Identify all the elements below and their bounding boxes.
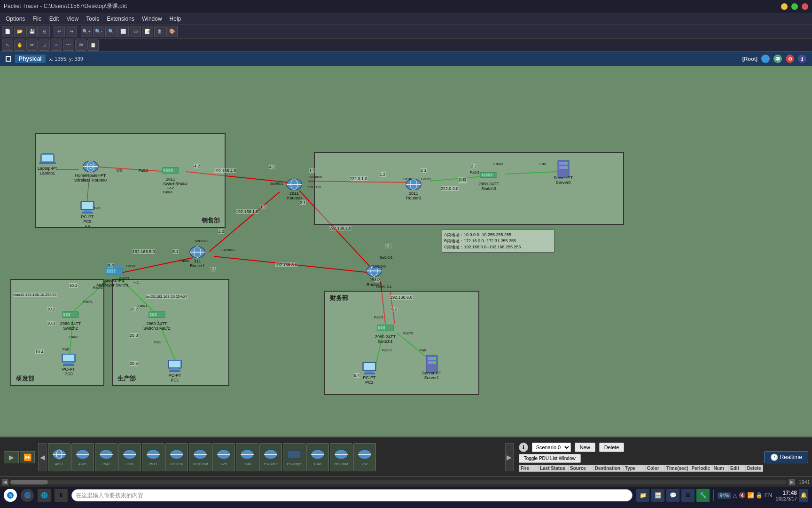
delete-btn[interactable]: 🗑 <box>154 26 165 37</box>
pointer-btn[interactable]: ↖ <box>2 40 13 51</box>
device-1240[interactable]: 1240 <box>236 443 258 471</box>
file-btn[interactable]: 📁 <box>636 489 649 502</box>
chat-icon[interactable]: 💬 <box>773 55 782 63</box>
device-2620xm[interactable]: 2620XM <box>330 443 352 471</box>
if-fa00: Fa0/0 <box>421 177 430 181</box>
menu-tools[interactable]: Tools <box>82 15 103 23</box>
menu-view[interactable]: View <box>62 15 82 23</box>
minimize-button[interactable] <box>781 3 788 10</box>
start-btn[interactable]: ⊙ <box>4 489 17 502</box>
router0-label: 2811Router0 <box>287 191 302 200</box>
store-btn[interactable]: 🪟 <box>651 489 664 502</box>
open-btn[interactable]: 📂 <box>14 26 25 37</box>
device-2911[interactable]: 2911 <box>142 443 164 471</box>
pause-btn[interactable]: ⏸ <box>55 489 68 502</box>
switch0[interactable]: 2960-24TTSwitch0 <box>478 168 499 191</box>
pencil-btn[interactable]: ✏ <box>26 40 38 51</box>
settings-icon[interactable]: ⚙ <box>786 55 794 63</box>
fwd-btn[interactable]: ⏩ <box>20 451 35 463</box>
scroll-right-main[interactable]: ▶ <box>789 479 795 485</box>
pc0[interactable]: PC-PTPC0 <box>60 354 77 376</box>
svg-rect-28 <box>166 168 168 172</box>
router0[interactable]: 2811Router0 <box>286 178 303 200</box>
scrollbar-track[interactable] <box>10 480 787 484</box>
pc2[interactable]: PC-PTPC2 <box>361 362 378 385</box>
cortana-btn[interactable]: 🌀 <box>21 489 34 502</box>
zoom-reset-btn[interactable]: 🔍 <box>105 26 117 37</box>
undo-btn[interactable]: ↩ <box>54 26 65 37</box>
switch3[interactable]: 2960-24TTSwitch3 Fa0/2 <box>143 308 170 331</box>
print-btn[interactable]: 🖨 <box>39 26 50 37</box>
edge-btn[interactable]: 🌐 <box>38 489 51 502</box>
toggle-pdu-btn[interactable]: Toggle PDU List Window <box>519 454 581 463</box>
device-829[interactable]: 829 <box>212 443 235 471</box>
fit-btn[interactable]: ⬜ <box>117 26 129 37</box>
laptop1[interactable]: Laptop-PTLaptop1 <box>38 153 57 175</box>
zoom-out-btn[interactable]: 🔍- <box>93 26 104 37</box>
delete-pdu-btn[interactable]: Delete <box>599 443 625 452</box>
menu-edit[interactable]: Edit <box>46 15 63 23</box>
scroll-left-main[interactable]: ◀ <box>2 479 8 485</box>
device-2901[interactable]: 2901 <box>118 443 141 471</box>
mail-btn[interactable]: ✉ <box>681 489 695 502</box>
play-btn[interactable]: ▶ <box>4 451 19 463</box>
menu-extensions[interactable]: Extensions <box>103 15 138 23</box>
notification-btn[interactable]: 🔔 <box>799 489 808 502</box>
switch5[interactable]: 2811Switch5 <box>162 164 179 186</box>
save-btn[interactable]: 💾 <box>26 26 38 37</box>
redo-btn[interactable]: ↪ <box>66 26 77 37</box>
pdu-info-icon[interactable]: ℹ <box>519 443 528 452</box>
scroll-left-btn[interactable]: ◀ <box>38 443 47 471</box>
new-pdu-btn[interactable]: New <box>575 443 595 452</box>
device-819iox[interactable]: 819IOX <box>165 443 188 471</box>
pc5[interactable]: PC-PTPC5 4.4 <box>79 201 96 228</box>
device-262[interactable]: 262 <box>353 443 376 471</box>
device-1841[interactable]: 1841 <box>306 443 329 471</box>
switch2[interactable]: 2960-24TTSwitch2 <box>60 308 81 331</box>
device-pt-rout[interactable]: PT-Rout <box>259 443 282 471</box>
msg-btn[interactable]: 💬 <box>666 489 679 502</box>
maximize-button[interactable] <box>791 3 798 10</box>
router1[interactable]: 311Router1 <box>189 246 206 268</box>
device-1941[interactable]: 1941 <box>95 443 117 471</box>
palette-btn[interactable]: 🎨 <box>166 26 178 37</box>
new-btn[interactable]: 📄 <box>2 26 13 37</box>
free-draw-btn[interactable]: 〰 <box>63 40 74 51</box>
device-4331[interactable]: 4331 <box>48 443 70 471</box>
server0[interactable]: Server-PTServer0 <box>554 162 573 185</box>
rect-btn[interactable]: ▭ <box>130 26 141 37</box>
email-btn[interactable]: ✉ <box>75 40 86 51</box>
switch1[interactable]: 2960-24TTSwitch1 <box>375 321 396 344</box>
menu-file[interactable]: File <box>29 15 45 23</box>
hand-btn[interactable]: ✋ <box>14 40 25 51</box>
network-icon[interactable]: 🌐 <box>761 55 770 63</box>
circle-btn[interactable]: ○ <box>51 40 62 51</box>
router3[interactable]: 2811Router3 <box>405 178 422 200</box>
mode-label[interactable]: Physical <box>15 55 46 63</box>
packet-tracer-taskbar[interactable]: 🔧 <box>696 489 710 502</box>
menu-help[interactable]: Help <box>166 15 185 23</box>
rect-draw-btn[interactable]: □ <box>39 40 50 51</box>
scroll-right-btn[interactable]: ▶ <box>505 443 514 471</box>
device-pt-empt[interactable]: PT-Empt <box>283 443 305 471</box>
ip-1-1b: 1.1 <box>260 205 266 209</box>
homerouter[interactable]: HomeRouter-PTWireless Router0 <box>74 160 107 183</box>
zoom-in-btn[interactable]: 🔍+ <box>81 26 92 37</box>
note2-btn[interactable]: 📋 <box>87 40 99 51</box>
menu-window[interactable]: Window <box>138 15 166 23</box>
close-button[interactable] <box>802 3 808 10</box>
menu-options[interactable]: Options <box>2 15 29 23</box>
pc1[interactable]: PC-PTPC1 <box>166 360 183 382</box>
realtime-button[interactable]: 🕐 Realtime <box>764 451 808 463</box>
device-829-label: 829 <box>220 462 226 466</box>
device-819how[interactable]: 819HOW <box>189 443 211 471</box>
scenario-select[interactable]: Scenario 0 <box>532 443 571 452</box>
canvas[interactable]: 销售部 研发部 生产部 财务部 Laptop-PTLapto <box>0 66 812 437</box>
server1[interactable]: Server-PTServer1 <box>422 357 441 380</box>
router3-label: 2811Router3 <box>406 191 421 200</box>
note-btn[interactable]: 📝 <box>142 26 153 37</box>
search-box[interactable]: 在这里输入你要搜索的内容 <box>71 489 632 501</box>
info-icon[interactable]: ℹ <box>798 55 806 63</box>
scrollbar-thumb[interactable] <box>10 480 48 484</box>
device-4321[interactable]: 4321 <box>71 443 94 471</box>
